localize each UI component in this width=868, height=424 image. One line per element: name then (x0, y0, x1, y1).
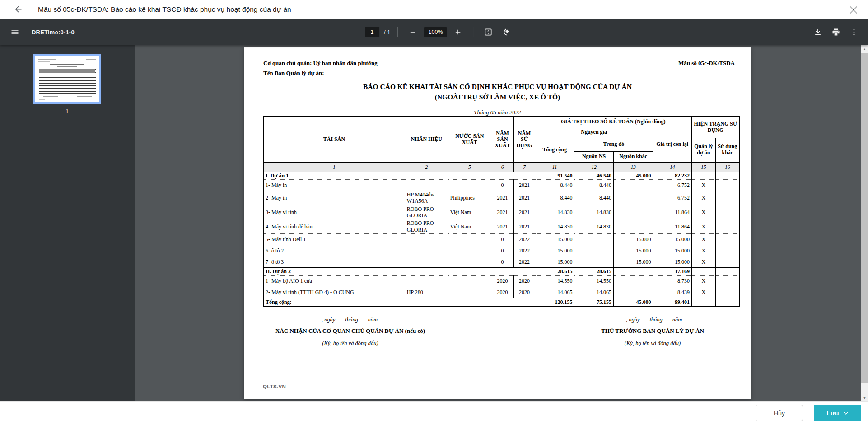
watermark-qlts: QLTS.VN (263, 384, 286, 389)
scrollbar-thumb[interactable] (861, 53, 868, 383)
cell-ns-source (574, 234, 614, 245)
cell-year-made: 2021 (491, 219, 514, 234)
table-row: 7- ô tô 30202215.00015.00015.000X (263, 256, 740, 268)
cancel-button[interactable]: Hủy (756, 405, 803, 421)
cell-other-source (613, 205, 653, 219)
cell-managed: X (691, 234, 715, 245)
pdf-document-label: DRETime:0-1-0 (32, 29, 75, 36)
cell-managed: X (691, 191, 715, 205)
back-button[interactable] (13, 4, 23, 15)
cell-remaining: 15.000 (653, 256, 691, 268)
cell-total: 91.540 (535, 172, 574, 179)
vertical-scrollbar[interactable]: ▲ ▼ (861, 45, 868, 401)
cell-other-source: 45.000 (613, 172, 653, 179)
cell-ns-source: 14.830 (574, 205, 614, 219)
scroll-up-arrow-icon[interactable]: ▲ (861, 45, 868, 52)
cell-total: 15.000 (535, 234, 574, 245)
cell-ns-source: 14.550 (574, 275, 614, 287)
fit-page-button[interactable] (481, 24, 496, 40)
cell-ns-source: 14.065 (574, 287, 614, 298)
column-number-cell: 12 (574, 162, 614, 172)
cell-total: 14.830 (535, 219, 574, 234)
cell-other-use (715, 179, 740, 191)
cell-remaining: 6.752 (653, 191, 691, 205)
rotate-button[interactable] (500, 24, 515, 40)
zoom-in-button[interactable] (451, 24, 466, 40)
table-row: 4- Máy vi tính để bànROBO PRO GLORIAViệt… (263, 219, 740, 234)
cell-brand (405, 256, 448, 268)
cell-other-use (715, 172, 740, 179)
cell-ns-source (574, 256, 614, 268)
cell-country (448, 275, 491, 287)
column-number-cell: 2 (405, 162, 448, 172)
cell-managed: X (691, 205, 715, 219)
more-options-button[interactable] (846, 24, 862, 40)
download-button[interactable] (810, 24, 826, 40)
zoom-out-button[interactable] (406, 24, 421, 40)
cell-ns-source: 28.615 (574, 268, 614, 275)
cell-year-used: 2020 (514, 275, 535, 287)
cell-brand: HP M404dw W1A56A (405, 191, 448, 205)
page-thumbnail[interactable]: 1 (33, 54, 101, 115)
col-header-other-source: Nguồn khác (613, 151, 653, 162)
table-row: 2- Máy inHP M404dw W1A56APhilippines2021… (263, 191, 740, 205)
cell-total: 14.550 (535, 275, 574, 287)
cell-total: 15.000 (535, 245, 574, 256)
report-period: Tháng 05 năm 2022 (244, 109, 751, 116)
plus-icon (454, 28, 462, 36)
cell-asset: II. Dự án 2 (263, 268, 535, 275)
cell-managed: X (691, 179, 715, 191)
cell-other-use (715, 275, 740, 287)
cell-other-use (715, 298, 740, 306)
col-header-ns-source: Nguồn NS (574, 151, 614, 162)
col-header-year-used: NĂM SỬ DỤNG (514, 117, 535, 162)
cell-asset: 6- ô tô 2 (263, 245, 405, 256)
cell-managed (691, 172, 715, 179)
close-button[interactable] (847, 4, 860, 16)
cell-asset: 7- ô tô 3 (263, 256, 405, 268)
cell-managed: X (691, 287, 715, 298)
cell-ns-source: 75.155 (574, 298, 614, 306)
column-number-row: 12567111213141516 (263, 162, 740, 172)
col-header-remaining: Giá trị còn lại (653, 127, 691, 162)
cell-country: Philippines (448, 191, 491, 205)
cell-country: Việt Nam (448, 205, 491, 219)
cell-managed: X (691, 275, 715, 287)
column-number-cell: 13 (613, 162, 653, 172)
zoom-level-display[interactable]: 100% (425, 27, 447, 37)
dialog-titlebar: Mẫu số 05c-ĐK/TSDA: Báo cáo kê khai TSCĐ… (0, 0, 868, 19)
cell-year-used: 2022 (514, 234, 535, 245)
cell-year-used: 2022 (514, 245, 535, 256)
col-header-managed: Quản lý dự án (691, 138, 715, 162)
cell-year-made: 0 (491, 234, 514, 245)
cell-ns-source: 8.440 (574, 191, 614, 205)
cell-asset: 1- Máy bộ AIO 1 cửa (263, 275, 405, 287)
cell-brand (405, 179, 448, 191)
col-group-usage-status: HIỆN TRẠNG SỬ DỤNG (691, 117, 740, 138)
report-table-body: I. Dự án 191.54046.54045.00082.2321- Máy… (263, 172, 740, 306)
cell-country (448, 234, 491, 245)
board-line: Tên Ban Quản lý dự án: (263, 70, 324, 77)
sidebar-toggle-button[interactable] (7, 24, 23, 40)
page-number-input[interactable] (365, 27, 379, 37)
col-header-country: NƯỚC SẢN XUẤT (448, 117, 491, 162)
cell-other-use (715, 191, 740, 205)
cell-asset: 5- Máy tính Dell 1 (263, 234, 405, 245)
signature-subtitle-right: (Ký, họ tên và đóng dấu) (571, 340, 734, 347)
print-button[interactable] (828, 24, 844, 40)
signature-block-right: ............., ngày ..... tháng ..... nă… (571, 317, 734, 347)
agency-line: Cơ quan chủ quản: Uỷ ban nhân dân phường (263, 60, 378, 67)
report-title-line1: BÁO CÁO KÊ KHAI TÀI SẢN CỐ ĐỊNH KHÁC PHỤ… (244, 83, 751, 91)
scroll-down-arrow-icon[interactable]: ▼ (861, 394, 868, 401)
cell-other-source (613, 275, 653, 287)
cell-other-use (715, 287, 740, 298)
save-button[interactable]: Lưu (814, 405, 861, 421)
cell-year-used: 2021 (514, 191, 535, 205)
cell-country (448, 256, 491, 268)
page-count-label: / 1 (384, 29, 390, 36)
cell-other-source: 15.000 (613, 245, 653, 256)
cell-brand (405, 275, 448, 287)
chevron-down-icon (843, 410, 849, 416)
cell-other-use (715, 245, 740, 256)
cell-ns-source: 14.830 (574, 219, 614, 234)
